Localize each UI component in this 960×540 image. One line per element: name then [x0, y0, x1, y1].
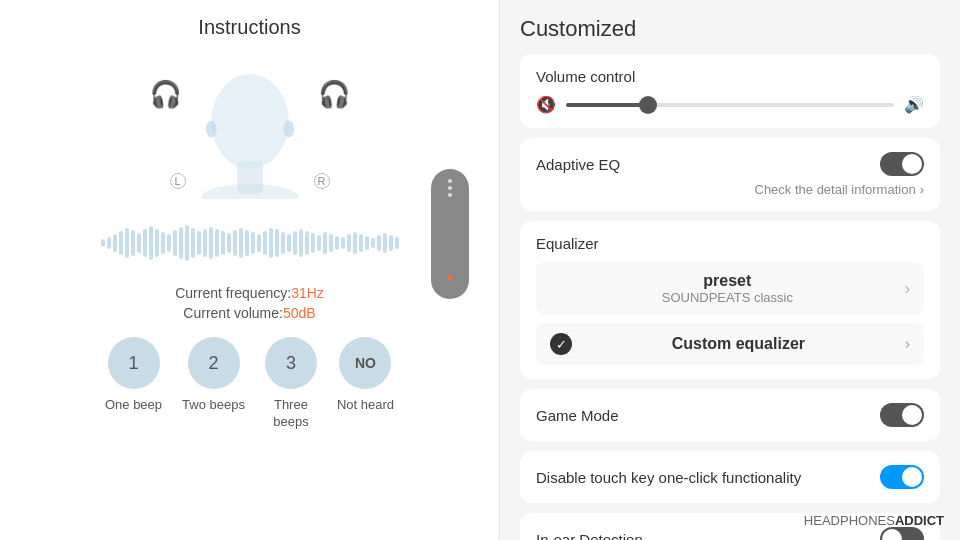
- wave-bar: [149, 226, 153, 260]
- wave-bar: [281, 232, 285, 254]
- wave-bar: [365, 236, 369, 250]
- current-volume: Current volume:50dB: [183, 305, 315, 321]
- eq-preset-label: preset: [550, 272, 905, 290]
- device-dots: [448, 179, 452, 197]
- wave-bar: [341, 237, 345, 249]
- wave-bar: [101, 239, 105, 247]
- equalizer-card: Equalizer preset SOUNDPEATS classic › ✓ …: [520, 221, 940, 379]
- wave-bar: [377, 235, 381, 251]
- device-dot-3: [448, 193, 452, 197]
- volume-card: Volume control 🔇 🔊: [520, 54, 940, 128]
- wave-bar: [233, 230, 237, 256]
- wave-bar: [203, 229, 207, 257]
- game-mode-toggle[interactable]: [880, 403, 924, 427]
- wave-bar: [371, 238, 375, 248]
- beep-option-3[interactable]: 3 Threebeeps: [265, 337, 317, 431]
- current-frequency: Current frequency:31Hz: [175, 285, 324, 301]
- disable-touch-card: Disable touch key one-click functionalit…: [520, 451, 940, 503]
- wave-bar: [161, 232, 165, 254]
- brand-addict: ADDICT: [895, 513, 944, 528]
- volume-fill: [566, 103, 648, 107]
- eq-preset-option[interactable]: preset SOUNDPEATS classic ›: [536, 262, 924, 315]
- disable-touch-toggle[interactable]: [880, 465, 924, 489]
- wave-bar: [215, 229, 219, 257]
- wave-bar: [167, 234, 171, 252]
- wave-bar: [329, 234, 333, 252]
- label-right: R: [314, 173, 330, 189]
- wave-bar: [137, 233, 141, 253]
- wave-bar: [191, 228, 195, 258]
- detail-link[interactable]: Check the detail information ›: [536, 182, 924, 197]
- chevron-custom-icon: ›: [905, 335, 910, 353]
- wave-bar: [287, 234, 291, 252]
- wave-bar: [317, 235, 321, 251]
- adaptive-eq-card: Adaptive EQ Check the detail information…: [520, 138, 940, 211]
- eq-preset-sub: SOUNDPEATS classic: [550, 290, 905, 305]
- volume-slider[interactable]: [566, 103, 894, 107]
- wave-bar: [311, 233, 315, 253]
- volume-mute-icon: 🔇: [536, 95, 556, 114]
- beep-label-1: One beep: [105, 397, 162, 414]
- toggle-knob-game-mode: [902, 405, 922, 425]
- side-device: ⬧: [431, 169, 469, 299]
- game-mode-label: Game Mode: [536, 407, 619, 424]
- adaptive-eq-toggle[interactable]: [880, 152, 924, 176]
- wave-bar: [299, 229, 303, 257]
- detail-link-text: Check the detail information: [755, 182, 916, 197]
- beep-label-no: Not heard: [337, 397, 394, 414]
- wave-bar: [335, 236, 339, 250]
- panel-title: Instructions: [198, 16, 300, 39]
- wave-bar: [119, 231, 123, 255]
- bluetooth-icon: ⬧: [445, 267, 455, 285]
- equalizer-label: Equalizer: [536, 235, 924, 252]
- svg-point-4: [283, 120, 294, 137]
- wave-bar: [269, 228, 273, 258]
- beep-circle-3[interactable]: 3: [265, 337, 317, 389]
- wave-bar: [293, 231, 297, 255]
- left-content: 🎧 🎧 L R Current frequency:31Hz Current v…: [20, 49, 479, 431]
- game-mode-card: Game Mode: [520, 389, 940, 441]
- wave-bar: [131, 230, 135, 256]
- chevron-preset-icon: ›: [905, 280, 910, 298]
- eq-custom-label: Custom equalizer: [572, 335, 905, 353]
- wave-bar: [323, 232, 327, 254]
- wave-bar: [113, 234, 117, 252]
- head-illustration: 🎧 🎧 L R: [120, 49, 380, 209]
- wave-bar: [143, 229, 147, 257]
- disable-touch-label: Disable touch key one-click functionalit…: [536, 469, 801, 486]
- svg-point-3: [205, 120, 216, 137]
- right-title: Customized: [520, 16, 940, 42]
- volume-thumb[interactable]: [639, 96, 657, 114]
- in-ear-toggle[interactable]: [880, 527, 924, 540]
- wave-bar: [107, 237, 111, 249]
- beep-option-1[interactable]: 1 One beep: [105, 337, 162, 414]
- wave-bar: [275, 229, 279, 257]
- wave-bar: [209, 227, 213, 259]
- wave-bar: [263, 231, 267, 255]
- wave-bar: [227, 233, 231, 253]
- beep-option-2[interactable]: 2 Two beeps: [182, 337, 245, 414]
- device-dot-1: [448, 179, 452, 183]
- wave-bar: [239, 228, 243, 258]
- wave-bar: [221, 231, 225, 255]
- beep-circle-no[interactable]: NO: [339, 337, 391, 389]
- wave-bar: [257, 234, 261, 252]
- volume-label: Volume control: [536, 68, 924, 85]
- chevron-right-icon: ›: [920, 182, 924, 197]
- wave-bar: [173, 230, 177, 256]
- adaptive-eq-row: Adaptive EQ: [536, 152, 924, 176]
- wave-bar: [155, 229, 159, 257]
- svg-point-2: [211, 74, 289, 169]
- frequency-info: Current frequency:31Hz Current volume:50…: [175, 285, 324, 321]
- wave-bar: [347, 234, 351, 252]
- eq-custom-option[interactable]: ✓ Custom equalizer ›: [536, 323, 924, 365]
- wave-bar: [389, 235, 393, 251]
- toggle-knob-in-ear: [882, 529, 902, 540]
- beep-option-no[interactable]: NO Not heard: [337, 337, 394, 414]
- beep-circle-2[interactable]: 2: [188, 337, 240, 389]
- beep-circle-1[interactable]: 1: [108, 337, 160, 389]
- check-icon: ✓: [550, 333, 572, 355]
- wave-bar: [125, 228, 129, 258]
- label-left: L: [170, 173, 186, 189]
- beep-options: 1 One beep 2 Two beeps 3 Threebeeps NO N…: [105, 337, 394, 431]
